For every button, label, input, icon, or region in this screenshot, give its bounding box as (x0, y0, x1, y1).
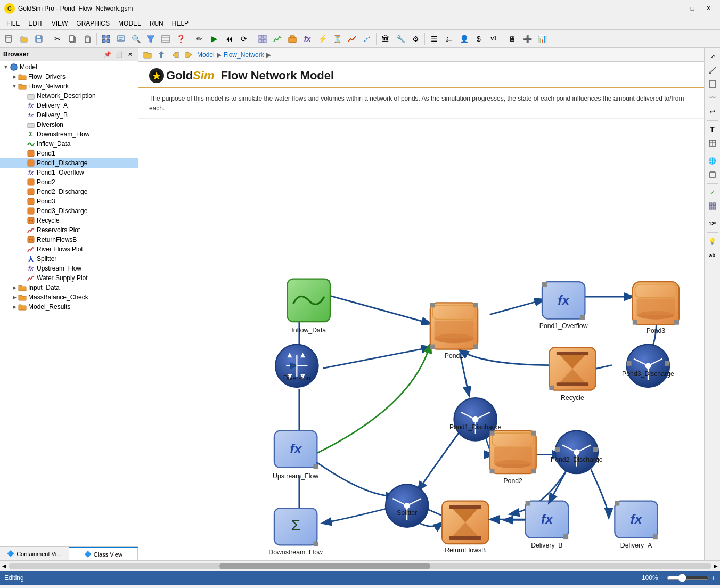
tree-item-inflow-data[interactable]: Inflow_Data (0, 139, 138, 149)
toolbar-comment[interactable] (114, 32, 128, 46)
toolbar-refresh[interactable]: ⟳ (237, 32, 251, 46)
toolbar-chart[interactable] (271, 32, 284, 46)
browser-float[interactable]: ⬜ (114, 50, 124, 59)
node-pond3-discharge[interactable] (627, 345, 669, 387)
minimize-button[interactable]: − (669, 3, 684, 14)
node-returnflows-b[interactable] (442, 501, 488, 544)
rt-check[interactable]: ✓ (706, 186, 719, 199)
node-delivery-a[interactable]: fx (615, 501, 657, 540)
tree-item-flow-drivers[interactable]: ▶Flow_Drivers (0, 72, 138, 81)
tree-toggle-model[interactable]: ▼ (2, 63, 10, 71)
tree-toggle-massbalance[interactable]: ▶ (11, 293, 18, 301)
toolbar-v1[interactable]: v1 (487, 32, 501, 46)
node-pond2-discharge[interactable] (555, 431, 598, 473)
tree-toggle-flow-network[interactable]: ▼ (11, 83, 18, 90)
toolbar-dollar[interactable]: $ (472, 32, 486, 46)
tree-item-recycle[interactable]: Recycle (0, 216, 138, 225)
tree-item-pond1-discharge[interactable]: Pond1_Discharge (0, 158, 138, 168)
tree-item-pond2-discharge[interactable]: Pond2_Discharge (0, 187, 138, 197)
toolbar-building[interactable]: 🏛 (379, 32, 392, 46)
tree-toggle-model-results[interactable]: ▶ (11, 303, 18, 311)
browser-close-btn[interactable]: ✕ (125, 50, 135, 59)
rt-rect[interactable] (706, 78, 719, 91)
close-button[interactable]: ✕ (701, 3, 716, 14)
breadcrumb-model[interactable]: Model (197, 51, 215, 59)
menu-view[interactable]: VIEW (47, 19, 72, 28)
node-recycle[interactable] (549, 347, 595, 390)
toolbar-filter[interactable] (144, 32, 158, 46)
zoom-minus[interactable]: − (660, 574, 665, 582)
toolbar-scatter[interactable] (360, 32, 374, 46)
node-pond1[interactable] (430, 303, 478, 349)
tree-item-massbalance[interactable]: ▶MassBalance_Check (0, 292, 138, 302)
menu-graphics[interactable]: GRAPHICS (72, 19, 114, 28)
toolbar-timer[interactable]: ⏳ (330, 32, 344, 46)
tree-item-returnflows-b[interactable]: ReturnFlowsB (0, 235, 138, 244)
tree-item-pond1[interactable]: Pond1 (0, 149, 138, 158)
toolbar-run[interactable]: ▶ (207, 32, 221, 46)
toolbar-tag[interactable]: 🏷 (442, 32, 456, 46)
toolbar-edit[interactable]: ✏ (192, 32, 206, 46)
tree-item-pond3-discharge[interactable]: Pond3_Discharge (0, 206, 138, 216)
node-upstream-flow[interactable]: fx (274, 431, 318, 469)
breadcrumb-flow-network[interactable]: Flow_Network (224, 51, 264, 59)
nav-forward[interactable] (183, 49, 195, 61)
tree-item-downstream-flow[interactable]: ΣDownstream_Flow (0, 129, 138, 139)
toolbar-help[interactable]: ❓ (174, 32, 187, 46)
scroll-right[interactable]: ▶ (714, 563, 718, 569)
rt-clipboard2[interactable] (706, 168, 719, 181)
toolbar-matrix[interactable] (256, 32, 269, 46)
tree-item-river-flows-plot[interactable]: River Flows Plot (0, 244, 138, 254)
toolbar-stepback[interactable]: ⏮ (222, 32, 236, 46)
tree-item-input-data[interactable]: ▶Input_Data (0, 283, 138, 292)
menu-help[interactable]: HELP (168, 19, 193, 28)
toolbar-trend[interactable]: 📊 (535, 32, 549, 46)
node-delivery-b[interactable]: fx (526, 501, 568, 540)
menu-file[interactable]: FILE (2, 19, 24, 28)
toolbar-cut[interactable]: ✂ (51, 32, 64, 46)
toolbar-save[interactable] (32, 32, 46, 46)
tree-item-diversion[interactable]: Diversion (0, 120, 138, 129)
tree-item-pond3[interactable]: Pond3 (0, 197, 138, 206)
rt-measure[interactable] (706, 64, 719, 77)
toolbar-gear[interactable]: 🔧 (394, 32, 407, 46)
toolbar-lightning[interactable]: ⚡ (315, 32, 329, 46)
toolbar-container[interactable] (285, 32, 299, 46)
tree-item-model[interactable]: ▼Model (0, 62, 138, 72)
toolbar-grid[interactable] (159, 32, 173, 46)
nav-back[interactable] (169, 49, 181, 61)
menu-edit[interactable]: EDIT (24, 19, 47, 28)
tree-toggle-input-data[interactable]: ▶ (11, 284, 18, 291)
toolbar-search[interactable]: 🔍 (129, 32, 143, 46)
tree-item-splitter[interactable]: Splitter (0, 254, 138, 264)
flow-diagram[interactable]: Inflow_Data Diversion (138, 119, 704, 560)
toolbar-new[interactable] (2, 32, 16, 46)
scroll-left[interactable]: ◀ (2, 563, 6, 569)
menu-model[interactable]: MODEL (114, 19, 145, 28)
tree-item-reservoirs-plot[interactable]: Reservoirs Plot (0, 225, 138, 235)
rt-ab[interactable]: ab (706, 249, 719, 262)
tab-containment-view[interactable]: 🔷 Containment Vi... (0, 547, 69, 560)
rt-undo-arrow[interactable]: ↩ (706, 105, 719, 118)
tree-item-pond1-overflow[interactable]: fxPond1_Overflow (0, 168, 138, 177)
node-splitter[interactable] (386, 484, 428, 527)
toolbar-user[interactable]: 👤 (457, 32, 471, 46)
node-inflow-data[interactable] (287, 279, 330, 322)
node-pond2[interactable] (490, 431, 536, 473)
tree-toggle-flow-drivers[interactable]: ▶ (11, 73, 18, 80)
tree-item-flow-network[interactable]: ▼Flow_Network (0, 81, 138, 91)
zoom-slider[interactable] (667, 574, 709, 582)
toolbar-list[interactable]: ☰ (427, 32, 441, 46)
toolbar-paste[interactable] (80, 32, 94, 46)
scrollbar-thumb[interactable] (219, 563, 430, 569)
nav-up[interactable] (156, 49, 167, 61)
zoom-plus[interactable]: + (711, 574, 716, 582)
tree-item-delivery-a[interactable]: fxDelivery_A (0, 101, 138, 110)
rt-curve[interactable]: 〰 (706, 92, 719, 104)
toolbar-settings[interactable]: ⚙ (408, 32, 422, 46)
tab-class-view[interactable]: 🔷 Class View (69, 547, 138, 560)
node-pond1-overflow[interactable]: fx (542, 282, 585, 320)
toolbar-dashboard[interactable] (99, 32, 113, 46)
rt-bulb[interactable]: 💡 (706, 235, 719, 248)
toolbar-fx[interactable]: fx (300, 32, 314, 46)
